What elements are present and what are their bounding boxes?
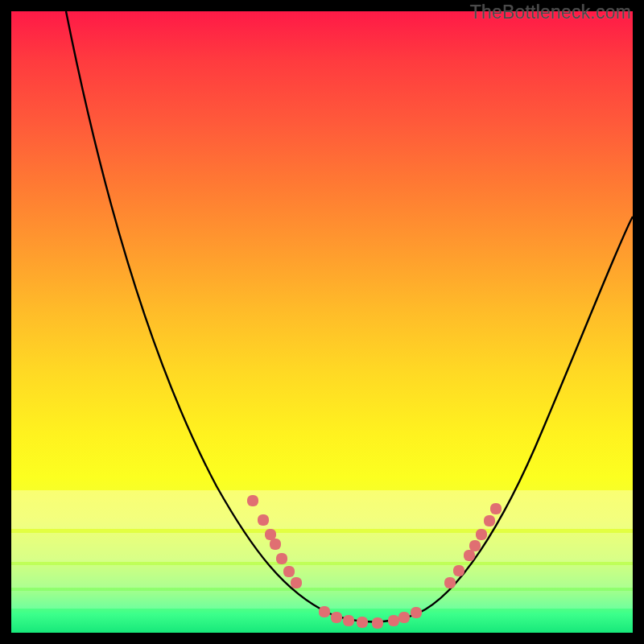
curve-marker [484,515,495,526]
curve-marker [469,540,481,551]
curve-marker [444,577,456,588]
curve-marker [270,539,281,550]
curve-marker [411,607,422,618]
curve-marker [265,529,276,540]
curve-marker [464,550,475,561]
curve-marker [357,617,368,628]
curve-marker [247,495,258,506]
watermark-text: TheBottleneck.com [470,2,631,23]
curve-marker [291,577,302,588]
curve-marker [388,615,399,626]
curve-marker [283,566,295,577]
curve-marker [476,529,487,540]
curve-marker [258,514,269,526]
marker-group [247,495,502,629]
chart-area [11,11,633,633]
curve-marker [276,553,287,564]
curve-marker [343,615,354,626]
curve-marker [331,612,342,623]
curve-path [66,11,633,622]
curve-marker [490,503,502,514]
curve-marker [453,565,464,576]
curve-marker [398,612,410,623]
curve-marker [372,617,383,629]
bottleneck-curve [11,11,633,633]
curve-marker [319,606,330,617]
